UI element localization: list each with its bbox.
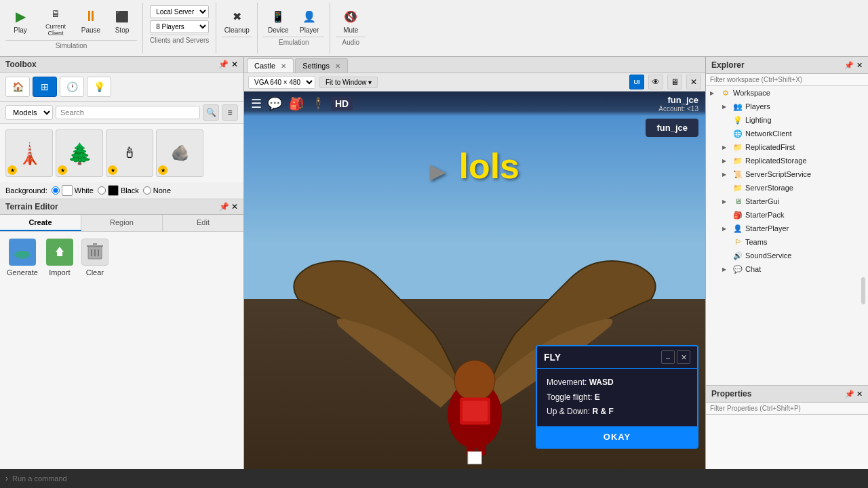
fit-window-button[interactable]: Fit to Window ▾ <box>319 77 378 88</box>
starterplayer-chevron: ▶ <box>722 226 730 232</box>
mute-icon: 🔇 <box>341 7 360 26</box>
tree-serverstorage[interactable]: 📁 ServerStorage <box>706 181 868 195</box>
players-icon: 👥 <box>732 101 743 112</box>
tree-networkclient[interactable]: 🌐 NetworkClient <box>706 127 868 140</box>
command-icon: › <box>5 474 8 483</box>
properties-close-button[interactable]: ✕ <box>856 390 863 399</box>
explorer-filter[interactable] <box>706 74 868 86</box>
background-label: Background: <box>5 186 47 195</box>
model-item-lamp[interactable]: 🕯 ★ <box>106 129 153 177</box>
toolbox-controls: Models 🔍 ≡ <box>0 102 243 124</box>
fly-okay-button[interactable]: OKAY <box>537 426 697 447</box>
close-viewport-button[interactable]: ✕ <box>686 75 701 89</box>
settings-tab-close[interactable]: ✕ <box>335 62 340 70</box>
chat-icon: 💬 <box>732 264 743 274</box>
tree-lighting[interactable]: 💡 Lighting <box>706 113 868 127</box>
tree-chat[interactable]: ▶ 💬 Chat <box>706 262 868 276</box>
mute-button[interactable]: 🔇 Mute <box>336 5 366 35</box>
terrain-tab-edit[interactable]: Edit <box>163 215 243 231</box>
play-button[interactable]: ▶ Play <box>5 5 35 35</box>
pause-button[interactable]: ⏸ Pause <box>76 5 106 35</box>
star-badge: ★ <box>7 165 17 175</box>
name-popup: fun_jce <box>646 119 698 137</box>
model-item-rock[interactable]: 🪨 ★ <box>156 129 203 177</box>
stop-button[interactable]: ⬛ Stop <box>107 5 137 35</box>
terrain-tab-region[interactable]: Region <box>81 215 163 231</box>
model-item-tower[interactable]: 🗼 ★ <box>5 129 53 177</box>
tree-workspace[interactable]: ▶ ⚙ Workspace <box>706 86 868 100</box>
chevron-down-icon: ▾ <box>368 79 372 86</box>
tree-starterpack[interactable]: 🎒 StarterPack <box>706 208 868 222</box>
chat-hud-icon[interactable]: 💬 <box>267 96 282 111</box>
teams-label: Teams <box>745 238 767 246</box>
bottom-bar: › <box>0 469 868 488</box>
bg-black-swatch <box>108 185 119 196</box>
replicatedfirst-chevron: ▶ <box>722 144 730 150</box>
backpack-icon[interactable]: 🎒 <box>289 96 304 111</box>
filter-button[interactable]: ≡ <box>222 104 238 121</box>
hamburger-icon[interactable]: ☰ <box>251 96 262 111</box>
player-button[interactable]: 👤 Player <box>294 5 324 35</box>
explorer-close-button[interactable]: ✕ <box>856 61 863 70</box>
tree-replicatedfirst[interactable]: ▶ 📁 ReplicatedFirst <box>706 140 868 154</box>
tab-models[interactable]: 🏠 <box>5 77 30 97</box>
ui-button[interactable]: UI <box>629 75 644 89</box>
bg-white-option[interactable]: White <box>52 185 94 196</box>
search-button[interactable]: 🔍 <box>203 104 219 121</box>
game-scene: ☰ 💬 🎒 🕴 HD fun_jce Account: <13 fun_jce … <box>244 92 705 469</box>
chat-chevron: ▶ <box>722 266 730 272</box>
tree-teams[interactable]: 🏳 Teams <box>706 235 868 249</box>
explorer-pin-button[interactable]: 📌 <box>844 61 854 70</box>
bg-none-option[interactable]: None <box>143 186 171 195</box>
terrain-import[interactable]: Import <box>46 239 73 277</box>
properties-pin-button[interactable]: 📌 <box>845 390 854 399</box>
tree-startergui[interactable]: ▶ 🖥 StarterGui <box>706 195 868 208</box>
game-text: ▶ lols <box>430 146 519 186</box>
eye-icon[interactable]: 👁 <box>648 75 663 89</box>
tree-replicatedstorage[interactable]: ▶ 📁 ReplicatedStorage <box>706 154 868 167</box>
starterplayer-label: StarterPlayer <box>745 224 789 232</box>
server-dropdown[interactable]: Local Server <box>150 5 209 18</box>
terrain-tabs: Create Region Edit <box>0 215 243 232</box>
game-viewport[interactable]: ☰ 💬 🎒 🕴 HD fun_jce Account: <13 fun_jce … <box>244 92 705 469</box>
hd-badge: HD <box>331 97 353 110</box>
stop-icon: ⬛ <box>113 7 132 26</box>
castle-tab-close[interactable]: ✕ <box>281 62 286 70</box>
players-dropdown[interactable]: 8 Players <box>150 20 209 33</box>
clear-icon <box>81 239 108 266</box>
fly-close-button[interactable]: ✕ <box>677 350 690 364</box>
current-client-button[interactable]: 🖥 CurrentClient <box>37 3 75 39</box>
players-chevron: ▶ <box>722 104 730 110</box>
player-hud-icon[interactable]: 🕴 <box>311 96 326 111</box>
bg-black-option[interactable]: Black <box>98 185 139 196</box>
terrain-pin-button[interactable]: 📌 <box>219 202 229 211</box>
import-icon <box>46 239 73 266</box>
device-button[interactable]: 📱 Device <box>263 5 293 35</box>
terrain-generate[interactable]: Generate <box>7 239 38 277</box>
resolution-dropdown[interactable]: VGA 640 × 480 <box>248 76 315 89</box>
tab-suggestions[interactable]: 💡 <box>87 77 111 97</box>
viewport-tab-settings[interactable]: Settings ✕ <box>295 58 348 73</box>
tree-serverscriptservice[interactable]: ▶ 📜 ServerScriptService <box>706 167 868 181</box>
startergui-label: StarterGui <box>745 197 779 205</box>
model-item-tree[interactable]: 🌲 ★ <box>56 129 103 177</box>
toolbox-pin-button[interactable]: 📌 <box>218 60 229 69</box>
tab-recent[interactable]: 🕐 <box>60 77 84 97</box>
models-dropdown[interactable]: Models <box>5 105 53 120</box>
command-input[interactable] <box>12 474 863 483</box>
toolbox-close-button[interactable]: ✕ <box>231 60 238 69</box>
terrain-tab-create[interactable]: Create <box>0 215 81 231</box>
properties-filter[interactable] <box>706 403 868 415</box>
terrain-close-button[interactable]: ✕ <box>231 202 238 211</box>
search-input[interactable] <box>56 106 200 119</box>
tree-soundservice[interactable]: 🔊 SoundService <box>706 249 868 262</box>
cleanup-button[interactable]: ✖ Cleanup <box>222 5 252 35</box>
tab-grid[interactable]: ⊞ <box>33 77 57 97</box>
terrain-clear[interactable]: Clear <box>81 239 108 277</box>
fly-minimize-button[interactable]: – <box>661 350 675 364</box>
tree-players[interactable]: ▶ 👥 Players <box>706 100 868 113</box>
viewport-tab-castle[interactable]: Castle ✕ <box>247 58 294 73</box>
svg-rect-15 <box>462 401 488 422</box>
screen-icon[interactable]: 🖥 <box>667 75 682 89</box>
tree-starterplayer[interactable]: ▶ 👤 StarterPlayer <box>706 222 868 235</box>
